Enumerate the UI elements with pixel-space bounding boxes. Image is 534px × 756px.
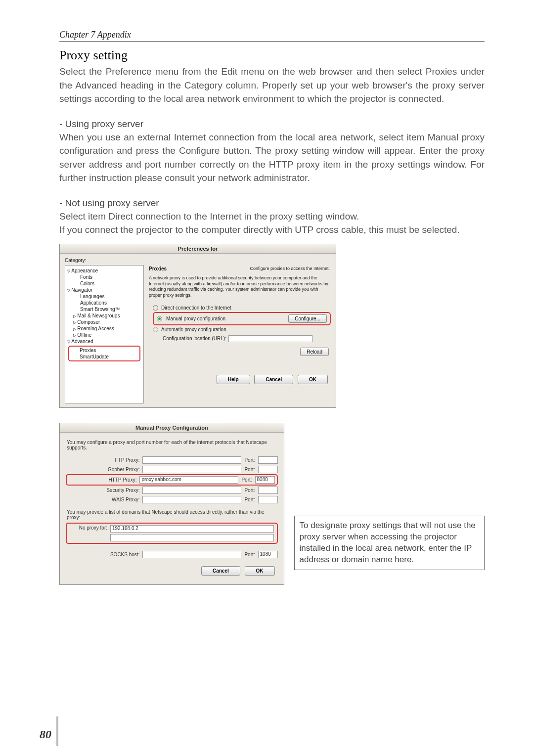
gopher-port-label: Port:	[244, 467, 255, 472]
ok-button[interactable]: OK	[298, 375, 328, 384]
radio-direct[interactable]	[153, 305, 158, 311]
http-port-input[interactable]: 8080	[255, 476, 275, 484]
manual-desc2: You may provide a list of domains that N…	[66, 504, 278, 521]
ftp-input[interactable]	[142, 456, 241, 464]
radio-manual-row[interactable]: Manual proxy configuration Configure...	[153, 312, 331, 325]
wais-port-label: Port:	[244, 497, 255, 502]
annotation-box: To designate proxy settings that will no…	[294, 516, 485, 570]
pane-description: A network proxy is used to provide addit…	[148, 272, 331, 304]
noproxy-input2[interactable]	[110, 534, 274, 541]
tree-applications[interactable]: Applications	[66, 300, 142, 306]
security-input[interactable]	[142, 487, 241, 494]
socks-label: SOCKS host:	[95, 552, 139, 557]
radio-auto[interactable]	[153, 327, 158, 332]
not-using-para-a: Select item Direct connection to the Int…	[59, 210, 485, 223]
http-input[interactable]: proxy.aabbcc.com	[139, 476, 238, 484]
wais-label: WAIS Proxy:	[95, 497, 139, 502]
conf-url-input[interactable]	[228, 335, 312, 342]
tree-composer[interactable]: Composer	[66, 319, 142, 325]
manual-ok-button[interactable]: OK	[245, 566, 275, 576]
noproxy-label: No proxy for:	[70, 525, 107, 531]
configure-button[interactable]: Configure...	[288, 314, 327, 323]
tree-roaming[interactable]: Roaming Access	[66, 325, 142, 332]
using-proxy-paragraph: When you use an external Internet connec…	[59, 131, 485, 185]
manual-titlebar: Manual Proxy Configuration	[60, 423, 284, 433]
tree-mail[interactable]: Mail & Newsgroups	[66, 312, 142, 319]
not-using-para-b: If you connect the projector to the comp…	[59, 223, 485, 237]
conf-url-label: Configuration location (URL):	[163, 336, 226, 341]
http-label: HTTP Proxy:	[92, 477, 136, 483]
preferences-window: Preferences for Category: Appearance Fon…	[59, 244, 336, 408]
section-title: Proxy setting	[59, 48, 485, 63]
category-tree[interactable]: Appearance Fonts Colors Navigator Langua…	[65, 265, 144, 403]
manual-proxy-window: Manual Proxy Configuration You may confi…	[59, 423, 284, 585]
tree-offline[interactable]: Offline	[66, 332, 142, 338]
tree-highlight: Proxies SmartUpdate	[68, 346, 140, 361]
security-port-label: Port:	[244, 488, 255, 493]
tree-proxies[interactable]: Proxies	[71, 347, 138, 354]
category-label: Category:	[65, 258, 331, 263]
tree-smartupdate[interactable]: SmartUpdate	[71, 354, 138, 360]
prefs-pane: Proxies Configure proxies to access the …	[148, 265, 331, 403]
security-label: Security Proxy:	[95, 488, 139, 493]
subhead-not-using-proxy: - Not using proxy server	[59, 198, 485, 209]
gopher-label: Gopher Proxy:	[95, 467, 139, 472]
gopher-input[interactable]	[142, 466, 241, 473]
help-button[interactable]: Help	[217, 375, 250, 384]
radio-manual[interactable]	[157, 316, 162, 321]
pane-subtitle: Configure proxies to access the Internet…	[250, 266, 330, 271]
reload-button[interactable]: Reload	[300, 348, 329, 356]
manual-cancel-button[interactable]: Cancel	[201, 566, 240, 576]
ftp-port-label: Port:	[244, 457, 255, 463]
radio-auto-row[interactable]: Automatic proxy configuration	[153, 325, 331, 334]
socks-port-input[interactable]: 1080	[258, 551, 278, 558]
ftp-port-input[interactable]	[258, 456, 278, 464]
wais-port-input[interactable]	[258, 496, 278, 503]
radio-direct-row[interactable]: Direct connection to the Internet	[153, 304, 331, 312]
gopher-port-input[interactable]	[258, 466, 278, 473]
wais-input[interactable]	[142, 496, 241, 503]
intro-paragraph: Select the Preference menu from the Edit…	[59, 65, 485, 106]
manual-desc: You may configure a proxy and port numbe…	[66, 438, 278, 455]
tree-languages[interactable]: Languages	[66, 293, 142, 300]
subhead-using-proxy: - Using proxy server	[59, 119, 485, 130]
http-row-highlight: HTTP Proxy: proxy.aabbcc.com Port: 8080	[66, 474, 278, 486]
ftp-label: FTP Proxy:	[95, 457, 139, 463]
chapter-header: Chapter 7 Appendix	[59, 30, 485, 42]
radio-auto-label: Automatic proxy configuration	[161, 327, 226, 332]
tree-fonts[interactable]: Fonts	[66, 274, 142, 280]
cancel-button[interactable]: Cancel	[254, 375, 293, 384]
socks-input[interactable]	[142, 551, 241, 558]
noproxy-input[interactable]: 192.168.0.2	[110, 525, 274, 533]
tree-appearance[interactable]: Appearance	[66, 267, 142, 274]
pane-title: Proxies	[149, 266, 167, 271]
radio-manual-label: Manual proxy configuration	[166, 316, 284, 321]
tree-smart[interactable]: Smart Browsing™	[66, 306, 142, 312]
noproxy-highlight: No proxy for: 192.168.0.2	[66, 523, 278, 544]
prefs-titlebar: Preferences for	[60, 244, 336, 254]
tree-navigator[interactable]: Navigator	[66, 287, 142, 293]
socks-port-label: Port:	[244, 552, 255, 557]
tree-advanced[interactable]: Advanced	[66, 338, 142, 345]
security-port-input[interactable]	[258, 487, 278, 494]
http-port-label: Port:	[241, 477, 252, 483]
radio-direct-label: Direct connection to the Internet	[161, 305, 231, 311]
tree-colors[interactable]: Colors	[66, 280, 142, 287]
